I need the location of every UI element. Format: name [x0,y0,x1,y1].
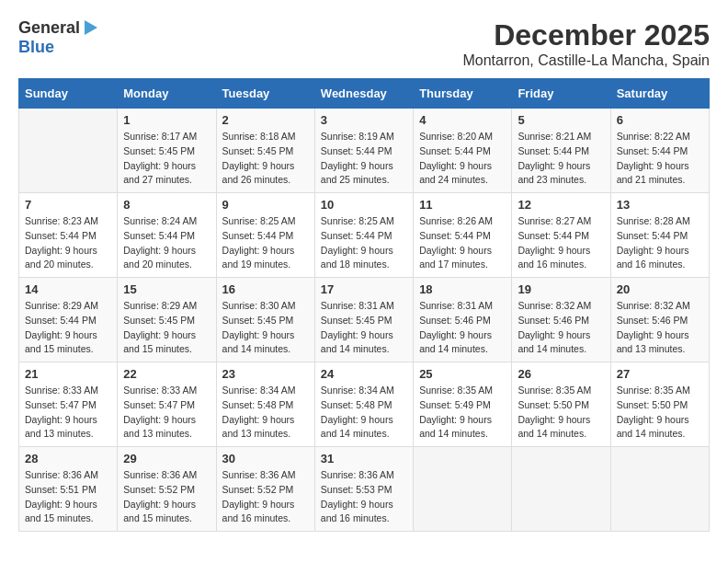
calendar-cell: 29Sunrise: 8:36 AM Sunset: 5:52 PM Dayli… [118,447,216,532]
calendar-cell: 28Sunrise: 8:36 AM Sunset: 5:51 PM Dayli… [19,447,118,532]
calendar-cell: 30Sunrise: 8:36 AM Sunset: 5:52 PM Dayli… [216,447,314,532]
day-info: Sunrise: 8:36 AM Sunset: 5:52 PM Dayligh… [123,468,210,526]
day-header-friday: Friday [512,79,610,109]
day-number: 20 [617,282,703,296]
day-info: Sunrise: 8:34 AM Sunset: 5:48 PM Dayligh… [321,384,407,442]
day-info: Sunrise: 8:35 AM Sunset: 5:50 PM Dayligh… [518,384,604,442]
day-info: Sunrise: 8:19 AM Sunset: 5:44 PM Dayligh… [321,130,407,188]
day-info: Sunrise: 8:36 AM Sunset: 5:53 PM Dayligh… [321,468,407,526]
location: Montarron, Castille-La Mancha, Spain [462,52,710,69]
day-info: Sunrise: 8:30 AM Sunset: 5:45 PM Dayligh… [222,299,309,357]
logo-arrow-icon [85,20,97,35]
day-info: Sunrise: 8:33 AM Sunset: 5:47 PM Dayligh… [123,384,210,442]
day-header-tuesday: Tuesday [216,79,314,109]
calendar-cell: 6Sunrise: 8:22 AM Sunset: 5:44 PM Daylig… [610,109,709,193]
day-number: 6 [617,113,703,127]
day-number: 1 [123,113,210,127]
day-number: 31 [321,452,407,465]
day-header-thursday: Thursday [414,79,512,109]
day-number: 9 [222,198,309,212]
calendar-cell: 10Sunrise: 8:25 AM Sunset: 5:44 PM Dayli… [314,193,413,278]
day-info: Sunrise: 8:36 AM Sunset: 5:52 PM Dayligh… [222,468,309,526]
calendar-cell: 3Sunrise: 8:19 AM Sunset: 5:44 PM Daylig… [314,109,413,193]
logo-blue-text: Blue [18,38,54,57]
calendar-cell: 18Sunrise: 8:31 AM Sunset: 5:46 PM Dayli… [414,278,512,362]
day-info: Sunrise: 8:27 AM Sunset: 5:44 PM Dayligh… [518,214,604,272]
day-info: Sunrise: 8:18 AM Sunset: 5:45 PM Dayligh… [222,130,309,188]
calendar-cell: 2Sunrise: 8:18 AM Sunset: 5:45 PM Daylig… [216,109,314,193]
calendar-cell: 21Sunrise: 8:33 AM Sunset: 5:47 PM Dayli… [19,362,118,447]
calendar-cell: 27Sunrise: 8:35 AM Sunset: 5:50 PM Dayli… [610,362,709,447]
calendar-cell: 20Sunrise: 8:32 AM Sunset: 5:46 PM Dayli… [610,278,709,362]
calendar-cell: 9Sunrise: 8:25 AM Sunset: 5:44 PM Daylig… [216,193,314,278]
calendar-cell: 11Sunrise: 8:26 AM Sunset: 5:44 PM Dayli… [414,193,512,278]
calendar-header-row: SundayMondayTuesdayWednesdayThursdayFrid… [19,79,710,109]
day-number: 15 [123,282,210,296]
day-info: Sunrise: 8:28 AM Sunset: 5:44 PM Dayligh… [617,214,703,272]
calendar-cell [19,109,118,193]
day-info: Sunrise: 8:35 AM Sunset: 5:50 PM Dayligh… [617,384,703,442]
calendar-cell: 25Sunrise: 8:35 AM Sunset: 5:49 PM Dayli… [414,362,512,447]
day-header-wednesday: Wednesday [314,79,413,109]
calendar-table: SundayMondayTuesdayWednesdayThursdayFrid… [18,78,710,532]
day-info: Sunrise: 8:34 AM Sunset: 5:48 PM Dayligh… [222,384,309,442]
day-number: 4 [419,113,506,127]
day-number: 27 [617,367,703,381]
day-info: Sunrise: 8:20 AM Sunset: 5:44 PM Dayligh… [419,130,506,188]
day-number: 10 [321,198,407,212]
calendar-week-row: 7Sunrise: 8:23 AM Sunset: 5:44 PM Daylig… [19,193,710,278]
day-info: Sunrise: 8:33 AM Sunset: 5:47 PM Dayligh… [25,384,111,442]
calendar-cell: 17Sunrise: 8:31 AM Sunset: 5:45 PM Dayli… [314,278,413,362]
day-info: Sunrise: 8:31 AM Sunset: 5:45 PM Dayligh… [321,299,407,357]
calendar-week-row: 28Sunrise: 8:36 AM Sunset: 5:51 PM Dayli… [19,447,710,532]
calendar-cell: 22Sunrise: 8:33 AM Sunset: 5:47 PM Dayli… [118,362,216,447]
day-number: 8 [123,198,210,212]
day-info: Sunrise: 8:22 AM Sunset: 5:44 PM Dayligh… [617,130,703,188]
day-number: 22 [123,367,210,381]
calendar-cell: 16Sunrise: 8:30 AM Sunset: 5:45 PM Dayli… [216,278,314,362]
page-header: General Blue December 2025 Montarron, Ca… [18,18,710,69]
day-info: Sunrise: 8:24 AM Sunset: 5:44 PM Dayligh… [123,214,210,272]
calendar-cell: 26Sunrise: 8:35 AM Sunset: 5:50 PM Dayli… [512,362,610,447]
day-number: 2 [222,113,309,127]
calendar-cell: 31Sunrise: 8:36 AM Sunset: 5:53 PM Dayli… [314,447,413,532]
calendar-cell: 23Sunrise: 8:34 AM Sunset: 5:48 PM Dayli… [216,362,314,447]
logo-general-text: General [18,18,80,38]
calendar-cell: 8Sunrise: 8:24 AM Sunset: 5:44 PM Daylig… [118,193,216,278]
day-number: 5 [518,113,604,127]
day-number: 30 [222,452,309,465]
day-info: Sunrise: 8:17 AM Sunset: 5:45 PM Dayligh… [123,130,210,188]
month-title: December 2025 [462,18,710,52]
day-info: Sunrise: 8:21 AM Sunset: 5:44 PM Dayligh… [518,130,604,188]
calendar-cell [414,447,512,532]
calendar-cell: 15Sunrise: 8:29 AM Sunset: 5:45 PM Dayli… [118,278,216,362]
calendar-cell [512,447,610,532]
calendar-cell: 13Sunrise: 8:28 AM Sunset: 5:44 PM Dayli… [610,193,709,278]
day-number: 12 [518,198,604,212]
day-info: Sunrise: 8:26 AM Sunset: 5:44 PM Dayligh… [419,214,506,272]
logo: General Blue [18,18,97,57]
day-info: Sunrise: 8:32 AM Sunset: 5:46 PM Dayligh… [617,299,703,357]
day-info: Sunrise: 8:25 AM Sunset: 5:44 PM Dayligh… [222,214,309,272]
calendar-cell [610,447,709,532]
day-number: 17 [321,282,407,296]
day-number: 19 [518,282,604,296]
title-block: December 2025 Montarron, Castille-La Man… [462,18,710,69]
day-info: Sunrise: 8:29 AM Sunset: 5:45 PM Dayligh… [123,299,210,357]
calendar-week-row: 14Sunrise: 8:29 AM Sunset: 5:44 PM Dayli… [19,278,710,362]
day-header-sunday: Sunday [19,79,118,109]
day-info: Sunrise: 8:36 AM Sunset: 5:51 PM Dayligh… [25,468,111,526]
day-info: Sunrise: 8:31 AM Sunset: 5:46 PM Dayligh… [419,299,506,357]
day-info: Sunrise: 8:35 AM Sunset: 5:49 PM Dayligh… [419,384,506,442]
day-number: 26 [518,367,604,381]
day-number: 24 [321,367,407,381]
day-number: 23 [222,367,309,381]
calendar-week-row: 1Sunrise: 8:17 AM Sunset: 5:45 PM Daylig… [19,109,710,193]
day-number: 13 [617,198,703,212]
day-number: 11 [419,198,506,212]
calendar-cell: 4Sunrise: 8:20 AM Sunset: 5:44 PM Daylig… [414,109,512,193]
calendar-cell: 19Sunrise: 8:32 AM Sunset: 5:46 PM Dayli… [512,278,610,362]
day-number: 18 [419,282,506,296]
calendar-cell: 24Sunrise: 8:34 AM Sunset: 5:48 PM Dayli… [314,362,413,447]
day-number: 29 [123,452,210,465]
